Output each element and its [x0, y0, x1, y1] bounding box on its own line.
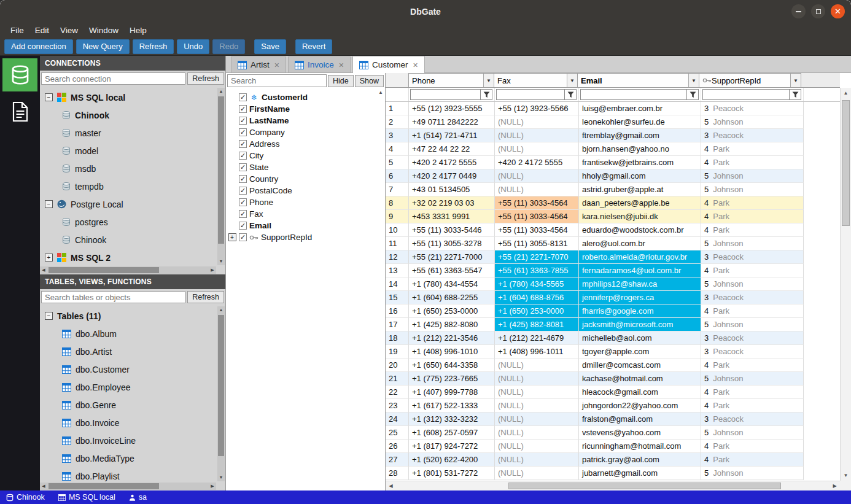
phone-cell[interactable]: +1 (817) 924-7272: [409, 440, 495, 453]
tree-scroll-thumb[interactable]: [49, 483, 159, 489]
fax-cell[interactable]: +1 (408) 996-1011: [495, 345, 579, 359]
column-item-postalcode[interactable]: ✓PostalCode: [228, 185, 385, 196]
email-cell[interactable]: jenniferp@rogers.ca: [579, 291, 701, 304]
email-cell[interactable]: kachase@hotmail.com: [579, 372, 701, 386]
filter-funnel-button[interactable]: [480, 89, 492, 100]
fax-cell[interactable]: (NULL): [495, 359, 579, 372]
connection-item[interactable]: Chinook: [44, 106, 216, 124]
scroll-right-icon[interactable]: ▶: [209, 483, 216, 490]
table-item[interactable]: dbo.Artist: [44, 343, 216, 360]
scroll-right-icon[interactable]: ▶: [830, 481, 840, 490]
menu-window[interactable]: Window: [84, 25, 124, 36]
column-item-email[interactable]: ✓Email: [228, 220, 385, 231]
row-number-cell[interactable]: 5: [386, 156, 409, 169]
phone-cell[interactable]: +1 (407) 999-7788: [409, 386, 495, 399]
fax-cell[interactable]: +55 (11) 3033-4564: [495, 196, 579, 210]
tree-scroll-thumb[interactable]: [218, 96, 224, 244]
column-item-company[interactable]: ✓Company: [228, 126, 385, 138]
add-connection-button[interactable]: Add connection: [4, 39, 73, 54]
phone-cell[interactable]: +1 (801) 531-7272: [409, 467, 495, 480]
row-number-cell[interactable]: 25: [386, 426, 409, 440]
filter-funnel-button[interactable]: [789, 89, 801, 100]
scroll-up-icon[interactable]: ▲: [217, 88, 225, 95]
collapse-expander-icon[interactable]: −: [45, 312, 53, 320]
column-item-customerid[interactable]: ✓❄CustomerId: [228, 91, 385, 103]
row-number-cell[interactable]: 20: [386, 359, 409, 372]
fax-cell[interactable]: (NULL): [495, 467, 579, 480]
collapse-expander-icon[interactable]: −: [45, 200, 53, 208]
tree-vertical-scrollbar[interactable]: ▲▼: [217, 306, 225, 481]
supportrepid-cell[interactable]: 3Peacock: [701, 250, 804, 264]
fax-cell[interactable]: +55 (12) 3923-5566: [495, 102, 579, 115]
email-cell[interactable]: tgoyer@apple.com: [579, 345, 701, 359]
phone-cell[interactable]: +453 3331 9991: [409, 210, 495, 223]
supportrepid-cell[interactable]: 5Johnson: [701, 115, 804, 129]
row-number-cell[interactable]: 4: [386, 142, 409, 156]
row-number-cell[interactable]: 10: [386, 223, 409, 237]
fax-cell[interactable]: (NULL): [495, 426, 579, 440]
fax-cell[interactable]: (NULL): [495, 142, 579, 156]
show-column-button[interactable]: Show: [355, 75, 384, 87]
horizontal-scrollbar[interactable]: ◀ ▶: [386, 481, 840, 490]
phone-cell[interactable]: +1 (650) 253-0000: [409, 304, 495, 318]
tables-search-input[interactable]: [41, 291, 185, 303]
fax-cell[interactable]: +55 (11) 3033-4564: [495, 223, 579, 237]
email-cell[interactable]: kara.nielsen@jubii.dk: [579, 210, 701, 223]
row-number-cell[interactable]: 13: [386, 264, 409, 277]
row-number-cell[interactable]: 22: [386, 386, 409, 399]
row-number-cell[interactable]: 7: [386, 183, 409, 196]
email-cell[interactable]: ricunningham@hotmail.com: [579, 440, 701, 453]
column-item-phone[interactable]: ✓Phone: [228, 196, 385, 208]
phone-cell[interactable]: +1 (520) 622-4200: [409, 453, 495, 467]
supportrepid-cell[interactable]: 4Park: [701, 304, 804, 318]
email-cell[interactable]: dmiller@comcast.com: [579, 359, 701, 372]
close-button[interactable]: ✕: [831, 4, 845, 18]
collapse-expander-icon[interactable]: −: [45, 93, 53, 101]
row-number-cell[interactable]: 12: [386, 250, 409, 264]
supportrepid-cell[interactable]: 4Park: [701, 386, 804, 399]
column-item-supportrepid[interactable]: +✓SupportRepId: [228, 231, 385, 243]
fax-cell[interactable]: (NULL): [495, 453, 579, 467]
scroll-left-icon[interactable]: ◀: [386, 481, 396, 490]
row-number-cell[interactable]: 17: [386, 318, 409, 331]
phone-cell[interactable]: +1 (514) 721-4711: [409, 129, 495, 142]
tab-close-icon[interactable]: ×: [339, 60, 344, 70]
email-cell[interactable]: leonekohler@surfeu.de: [579, 115, 701, 129]
fax-cell[interactable]: (NULL): [495, 183, 579, 196]
row-number-cell[interactable]: 3: [386, 129, 409, 142]
phone-cell[interactable]: +1 (608) 257-0597: [409, 426, 495, 440]
undo-button[interactable]: Undo: [177, 39, 209, 54]
email-cell[interactable]: vstevens@yahoo.com: [579, 426, 701, 440]
row-number-cell[interactable]: 8: [386, 196, 409, 210]
tree-horizontal-scrollbar[interactable]: ◀▶: [40, 266, 216, 274]
tree-vertical-scrollbar[interactable]: ▲▼: [217, 88, 225, 265]
supportrepid-cell[interactable]: 4Park: [701, 440, 804, 453]
expand-expander-icon[interactable]: +: [228, 233, 236, 241]
row-number-cell[interactable]: 26: [386, 440, 409, 453]
phone-cell[interactable]: +1 (408) 996-1010: [409, 345, 495, 359]
tables-group[interactable]: −Tables (11): [44, 307, 216, 325]
supportrepid-cell[interactable]: 4Park: [701, 264, 804, 277]
column-header-phone[interactable]: Phone▼: [408, 73, 494, 87]
column-item-fax[interactable]: ✓Fax: [228, 208, 385, 220]
email-cell[interactable]: fharris@google.com: [579, 304, 701, 318]
row-number-cell[interactable]: 6: [386, 169, 409, 183]
supportrepid-cell[interactable]: 5Johnson: [701, 169, 804, 183]
phone-cell[interactable]: +55 (11) 3055-3278: [409, 237, 495, 250]
supportrepid-cell[interactable]: 5Johnson: [701, 277, 804, 291]
scroll-right-icon[interactable]: ▶: [209, 266, 216, 274]
row-number-cell[interactable]: 2: [386, 115, 409, 129]
phone-cell[interactable]: +420 2 4172 5555: [409, 156, 495, 169]
column-checkbox[interactable]: ✓: [239, 198, 247, 206]
table-item[interactable]: dbo.Album: [44, 325, 216, 343]
email-cell[interactable]: hleacock@gmail.com: [579, 386, 701, 399]
connection-item[interactable]: msdb: [44, 160, 216, 177]
status-connection[interactable]: MS SQL local: [58, 493, 115, 502]
tab-invoice[interactable]: Invoice×: [288, 56, 351, 72]
supportrepid-cell[interactable]: 5Johnson: [701, 318, 804, 331]
connection-item[interactable]: postgres: [44, 213, 216, 231]
connection-item[interactable]: −MS SQL local: [44, 88, 216, 106]
table-item[interactable]: dbo.Genre: [44, 396, 216, 414]
row-number-cell[interactable]: 21: [386, 372, 409, 386]
connections-refresh-button[interactable]: Refresh: [187, 72, 224, 85]
